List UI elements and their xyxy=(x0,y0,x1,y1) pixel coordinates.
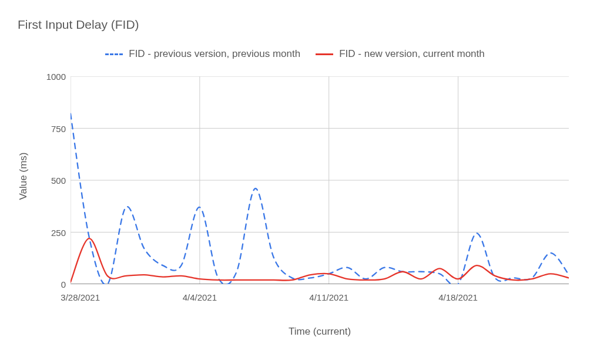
x-tick-label: 4/18/2021 xyxy=(438,292,478,302)
y-axis-label: Value (ms) xyxy=(18,153,29,200)
legend-swatch-new xyxy=(316,53,333,55)
legend-item-new: FID - new version, current month xyxy=(316,48,485,60)
y-tick-label: 0 xyxy=(36,279,66,289)
plot-area xyxy=(71,76,569,284)
legend: FID - previous version, previous month F… xyxy=(0,48,590,60)
y-tick-label: 500 xyxy=(36,176,66,186)
legend-swatch-previous xyxy=(105,53,123,55)
line-previous xyxy=(71,114,569,284)
legend-label-new: FID - new version, current month xyxy=(339,48,485,60)
x-axis-label: Time (current) xyxy=(71,326,569,338)
chart-svg xyxy=(71,76,569,284)
chart-container: First Input Delay (FID) FID - previous v… xyxy=(0,0,590,364)
y-tick-label: 250 xyxy=(36,227,66,237)
x-tick-label: 3/28/2021 xyxy=(61,292,100,302)
legend-label-previous: FID - previous version, previous month xyxy=(129,48,300,60)
line-new xyxy=(71,238,569,282)
x-tick-label: 4/11/2021 xyxy=(309,292,348,302)
chart-title: First Input Delay (FID) xyxy=(18,18,139,32)
y-tick-label: 750 xyxy=(36,123,66,133)
y-tick-label: 1000 xyxy=(36,72,66,82)
x-tick-label: 4/4/2021 xyxy=(183,292,217,302)
legend-item-previous: FID - previous version, previous month xyxy=(105,48,300,60)
